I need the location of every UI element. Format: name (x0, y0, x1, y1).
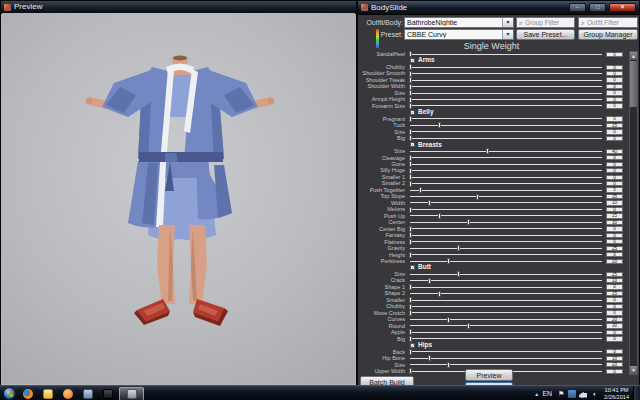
slider-thumb[interactable] (438, 291, 441, 297)
slider-thumb[interactable] (428, 355, 431, 361)
slider-value-input[interactable]: 5 (606, 187, 623, 192)
slider-value-input[interactable]: 0 (606, 116, 623, 121)
slider-thumb[interactable] (409, 116, 412, 122)
slider-track[interactable] (410, 222, 602, 223)
taskbar-item-explorer[interactable] (39, 387, 56, 400)
slider-thumb[interactable] (409, 284, 412, 290)
slider-track[interactable] (410, 118, 602, 119)
slider-track[interactable] (410, 358, 602, 359)
slider-value-input[interactable]: 0 (606, 103, 623, 108)
slider-thumb[interactable] (409, 239, 412, 245)
slider-value-input[interactable]: 0 (606, 52, 623, 57)
slider-value-input[interactable]: 0 (606, 310, 623, 315)
slider-track[interactable] (410, 202, 602, 203)
close-button[interactable]: ✕ (609, 3, 636, 12)
slider-track[interactable] (410, 105, 602, 106)
slider-track[interactable] (410, 287, 602, 288)
scrollbar-thumb[interactable] (630, 61, 637, 107)
slider-track[interactable] (410, 67, 602, 68)
slider-value-input[interactable]: 20 (606, 317, 623, 322)
slider-track[interactable] (410, 248, 602, 249)
slider-thumb[interactable] (409, 84, 412, 90)
taskbar-item-appdark[interactable] (99, 387, 116, 400)
slider-thumb[interactable] (409, 368, 412, 374)
slider-track[interactable] (410, 131, 602, 132)
slider-track[interactable] (410, 319, 602, 320)
slider-value-input[interactable]: 0 (606, 129, 623, 134)
preset-dropdown[interactable]: CBBE Curvy ▾ (404, 29, 514, 40)
slider-value-input[interactable]: 0 (606, 207, 623, 212)
slider-thumb[interactable] (409, 226, 412, 232)
slider-thumb[interactable] (409, 297, 412, 303)
slider-value-input[interactable]: 25 (606, 272, 623, 277)
slider-scrollbar[interactable]: ▲ ▼ (629, 51, 638, 375)
slider-track[interactable] (410, 351, 602, 352)
slider-thumb[interactable] (447, 258, 450, 264)
slider-thumb[interactable] (409, 129, 412, 135)
slider-track[interactable] (410, 261, 602, 262)
category-checkbox[interactable]: ✓ (410, 142, 415, 147)
slider-track[interactable] (410, 196, 602, 197)
slider-value-input[interactable]: 0 (606, 297, 623, 302)
slider-thumb[interactable] (419, 187, 422, 193)
scroll-down-icon[interactable]: ▼ (630, 366, 637, 374)
slider-value-input[interactable]: 20 (606, 259, 623, 264)
slider-value-input[interactable]: 40 (606, 149, 623, 154)
slider-thumb[interactable] (409, 349, 412, 355)
slider-track[interactable] (410, 125, 602, 126)
slider-thumb[interactable] (409, 97, 412, 103)
slider-thumb[interactable] (409, 174, 412, 180)
category-checkbox[interactable]: ✓ (410, 265, 415, 270)
preview-button[interactable]: Preview (465, 369, 513, 381)
slider-thumb[interactable] (467, 323, 470, 329)
slider-track[interactable] (410, 364, 602, 365)
outfit-dropdown[interactable]: BathrobeNightie ▾ (404, 17, 514, 28)
slider-value-input[interactable]: 30 (606, 220, 623, 225)
slider-thumb[interactable] (409, 310, 412, 316)
slider-value-input[interactable]: 0 (606, 136, 623, 141)
slider-thumb[interactable] (409, 304, 412, 310)
slider-value-input[interactable]: 0 (606, 175, 623, 180)
slider-track[interactable] (410, 54, 602, 55)
slider-value-input[interactable]: 0 (606, 65, 623, 70)
slider-track[interactable] (410, 325, 602, 326)
updates-icon[interactable] (568, 390, 576, 398)
slider-value-input[interactable]: 0 (606, 304, 623, 309)
slider-track[interactable] (410, 183, 602, 184)
slider-track[interactable] (410, 235, 602, 236)
chevron-down-icon[interactable]: ▾ (502, 30, 513, 39)
slider-thumb[interactable] (409, 90, 412, 96)
taskbar-item-media[interactable] (59, 387, 76, 400)
slider-thumb[interactable] (409, 232, 412, 238)
category-checkbox[interactable]: ✓ (410, 343, 415, 348)
slider-thumb[interactable] (409, 207, 412, 213)
slider-value-input[interactable]: 0 (606, 162, 623, 167)
slider-value-input[interactable]: 10 (606, 200, 623, 205)
slider-track[interactable] (410, 93, 602, 94)
slider-track[interactable] (410, 99, 602, 100)
slider-thumb[interactable] (409, 336, 412, 342)
hidden-icons-arrow[interactable]: ▴ (535, 390, 538, 397)
category-checkbox[interactable]: ✓ (410, 58, 415, 63)
slider-value-input[interactable]: 0 (606, 155, 623, 160)
slider-thumb[interactable] (409, 135, 412, 141)
slider-track[interactable] (410, 80, 602, 81)
slider-value-input[interactable]: 0 (606, 77, 623, 82)
chevron-down-icon[interactable]: ▾ (502, 18, 513, 27)
language-indicator[interactable]: EN (542, 390, 552, 397)
slider-track[interactable] (410, 241, 602, 242)
slider-value-input[interactable]: 0 (606, 84, 623, 89)
slider-thumb[interactable] (409, 155, 412, 161)
group-filter-input[interactable]: ⌕ Group Filter (516, 17, 575, 28)
slider-track[interactable] (410, 254, 602, 255)
slider-value-input[interactable]: 0 (606, 239, 623, 244)
slider-value-input[interactable]: 0 (606, 330, 623, 335)
slider-value-input[interactable]: 0 (606, 71, 623, 76)
slider-thumb[interactable] (409, 77, 412, 83)
slider-thumb[interactable] (409, 181, 412, 187)
slider-track[interactable] (410, 312, 602, 313)
slider-value-input[interactable]: 30 (606, 323, 623, 328)
slider-track[interactable] (410, 177, 602, 178)
slider-track[interactable] (410, 190, 602, 191)
slider-value-input[interactable]: 0 (606, 336, 623, 341)
